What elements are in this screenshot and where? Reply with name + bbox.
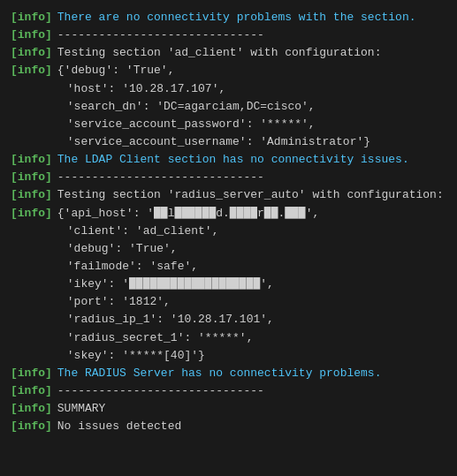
log-content: There are no connectivity problems with … [57, 9, 416, 26]
log-line-indent: 'failmode': 'safe', [11, 258, 446, 276]
log-line-indent: 'radius_ip_1': '10.28.17.101', [11, 311, 446, 329]
log-line: [info]There are no connectivity problems… [11, 9, 446, 26]
log-container: [info]There are no connectivity problems… [11, 9, 446, 435]
log-content: {'debug': 'True', [57, 62, 175, 79]
log-line: [info]{'debug': 'True', [11, 62, 446, 79]
log-line-indent: 'skey': '*****[40]'} [11, 347, 446, 365]
log-tag: [info] [11, 9, 52, 26]
log-line-indent: 'host': '10.28.17.107', [11, 80, 446, 98]
log-tag: [info] [11, 151, 52, 169]
log-content: The RADIUS Server has no connectivity pr… [57, 365, 382, 382]
log-tag: [info] [11, 44, 52, 62]
log-line: [info]The LDAP Client section has no con… [11, 151, 446, 169]
log-line-indent: 'port': '1812', [11, 293, 446, 311]
log-line-indent: 'service_account_password': '*****', [11, 116, 446, 133]
log-content: SUMMARY [57, 400, 106, 418]
log-tag: [info] [11, 26, 52, 44]
log-line: [info]------------------------------ [11, 169, 446, 186]
log-content: ------------------------------ [57, 169, 264, 186]
log-line: [info]{'api_host': '██l██████d.████r██.█… [11, 205, 446, 223]
log-line-indent: 'ikey': '███████████████████', [11, 276, 446, 293]
log-line-indent: 'radius_secret_1': '*****', [11, 329, 446, 347]
log-line-indent: 'debug': 'True', [11, 240, 446, 258]
log-tag: [info] [11, 382, 52, 400]
log-content: No issues detected [57, 418, 181, 435]
log-tag: [info] [11, 400, 52, 418]
log-line: [info]Testing section 'ad_client' with c… [11, 44, 446, 62]
log-content: Testing section 'ad_client' with configu… [57, 44, 382, 62]
log-line: [info]------------------------------ [11, 26, 446, 44]
log-tag: [info] [11, 365, 52, 382]
log-content: The LDAP Client section has no connectiv… [57, 151, 409, 169]
log-content: ------------------------------ [57, 26, 264, 44]
log-line: [info]------------------------------ [11, 382, 446, 400]
log-line: [info]The RADIUS Server has no connectiv… [11, 365, 446, 382]
log-tag: [info] [11, 169, 52, 186]
log-content: {'api_host': '██l██████d.████r██.███', [57, 205, 319, 223]
log-tag: [info] [11, 186, 52, 204]
log-line: [info]No issues detected [11, 418, 446, 435]
log-content: ------------------------------ [57, 382, 264, 400]
log-line-indent: 'client': 'ad_client', [11, 223, 446, 240]
log-tag: [info] [11, 205, 52, 223]
log-tag: [info] [11, 418, 52, 435]
log-content: Testing section 'radius_server_auto' wit… [57, 186, 444, 204]
log-line: [info]Testing section 'radius_server_aut… [11, 186, 446, 204]
log-line-indent: 'search_dn': 'DC=agarciam,DC=cisco', [11, 98, 446, 116]
log-line: [info]SUMMARY [11, 400, 446, 418]
log-line-indent: 'service_account_username': 'Administrat… [11, 133, 446, 151]
log-tag: [info] [11, 62, 52, 79]
